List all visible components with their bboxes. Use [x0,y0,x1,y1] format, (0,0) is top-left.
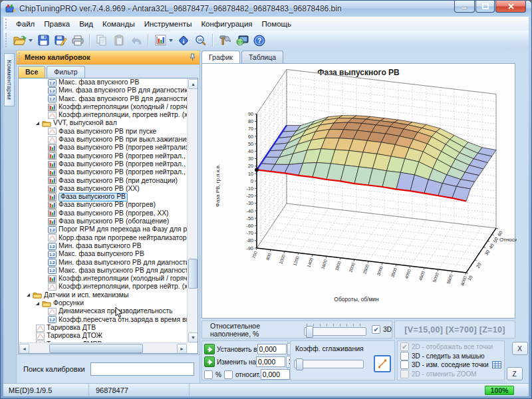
tree-item[interactable]: 1.2Мин. фаза впускного РВ для диагностик… [19,86,188,94]
save-as-button[interactable] [53,33,68,49]
tree-item[interactable]: Коэфф.интерполяции, прогрев нейтр. (холо… [19,283,188,291]
paste-button[interactable] [111,33,127,49]
tree-item[interactable]: Фаза выпускного РВ [19,193,188,201]
tree-item[interactable]: 1.2Макс. фаза впускного РВ [19,78,188,86]
tree-item[interactable]: Фаза выпускного РВ при выкл.зажигания [19,136,188,144]
tree-item[interactable]: 1.2Мин. фаза выпускного РВ [19,242,188,250]
tree-item[interactable]: 1.2Макс. фаза впускного РВ для диагности… [19,95,188,103]
pin-icon[interactable] [190,53,196,61]
vertical-scroll-thumb[interactable] [188,259,198,289]
scroll-right-icon[interactable]: ► [177,344,187,354]
scroll-up-icon[interactable]: ▲ [188,79,198,89]
tree-item[interactable]: Фаза выпускного РВ (прогрев нейтрал., ХХ… [19,160,188,168]
surface-chart-panel[interactable]: Фаза выпускного РВ -90-80-70-60-50-40-30… [201,63,515,319]
help-button[interactable]: ? [251,33,267,49]
apply-change-button[interactable] [204,356,215,367]
option-checkbox[interactable] [400,352,409,360]
option-checkbox[interactable] [400,342,409,351]
tools-button[interactable] [217,33,233,49]
tree-item[interactable]: Фаза выпускного РВ (прогрев нейтрализато… [19,144,188,152]
edit-curve-button[interactable] [374,355,391,372]
tree-item[interactable]: Коэфф.интерполяции (холодный / горячий ) [19,103,188,111]
tree-item[interactable]: Тарировка ДТОЖ [19,332,188,340]
fill-slider[interactable] [304,327,367,336]
search-input[interactable] [90,362,194,376]
z-button[interactable]: Z [507,367,523,380]
menu-item[interactable]: Вид [74,19,98,29]
display-option[interactable]: 3D - следить за мышью [400,352,501,361]
option-checkbox[interactable] [400,370,409,378]
percent-checkbox[interactable] [204,370,213,379]
set-value-input[interactable] [257,344,287,354]
horizontal-scroll-thumb[interactable] [49,344,144,353]
tree-item[interactable]: 1.2Коэфф.пересчета отн.заряда в время вп… [19,316,188,324]
tree-item[interactable]: Фаза выпускного РВ (обогащение) [19,217,188,225]
tree-vertical-scrollbar[interactable]: ▲ ▼ [187,78,198,343]
tab-graph[interactable]: График [201,51,240,63]
menu-item[interactable]: Конфигурация [196,19,257,29]
expand-arrow-icon[interactable] [27,293,30,297]
close-button[interactable] [495,1,526,13]
tab-all[interactable]: Все [18,66,45,78]
smoothing-slider-thumb[interactable] [296,358,303,370]
display-option[interactable]: 2D - отменить ZOOM [400,370,501,379]
menu-item[interactable]: Помощь [257,19,296,29]
tree-item[interactable]: 1.2Макс. фаза выпускного РВ для диагност… [19,267,188,275]
surface-3d-plot[interactable]: -90-80-70-60-50-40-30-20-100102030405060… [202,67,517,317]
tree-item[interactable]: Фаза выпускного РВ при пуске [19,128,188,136]
tree-item[interactable]: 1.2Мин. фаза выпускного РВ для диагности… [19,259,188,267]
checkbox-3d[interactable] [372,325,380,334]
tab-filter[interactable]: Фильтр [47,66,84,78]
title-bar[interactable]: ChipTuningPRO ver.7.4.8.969 - Antara32L_… [1,1,531,17]
comments-tab[interactable]: Комментарии [4,53,15,106]
tree-item[interactable]: Фаза выпускного РВ (ХХ) [19,185,188,193]
relative-checkbox[interactable] [224,370,233,379]
tree-item[interactable]: Тарировка ДТВ [19,324,188,332]
tree-item[interactable]: Фаза выпускного РВ (прогрев) [19,201,188,209]
option-checkbox[interactable] [400,360,409,369]
scroll-left-icon[interactable]: ◄ [19,344,29,354]
print-button[interactable] [70,33,86,49]
open-file-button[interactable] [12,33,28,49]
undo-button[interactable] [128,33,144,49]
menu-item[interactable]: Правка [39,19,74,29]
maximize-button[interactable] [475,1,495,13]
menu-item[interactable]: Команды [98,19,140,29]
tab-table[interactable]: Таблица [241,51,283,63]
smoothing-slider[interactable] [294,360,364,368]
scroll-down-icon[interactable]: ▼ [188,332,198,342]
tree-horizontal-scrollbar[interactable]: ◄ ► [19,342,188,353]
tree-item[interactable]: Коэфф.интерполяции, прогрев нейтр. (холо… [19,111,188,119]
tree-folder[interactable]: Форсунки [19,299,188,307]
menu-item[interactable]: Инструменты [140,19,197,29]
chart-view-dropdown-icon[interactable] [169,39,173,42]
x-button[interactable]: X [512,342,528,355]
chart-view-button[interactable] [152,33,168,49]
apply-set-button[interactable] [204,344,215,354]
tree-item[interactable]: Корр.фаза при прогреве нейтрализатора [19,234,188,242]
minimize-button[interactable] [454,1,475,13]
copy-button[interactable] [94,33,110,49]
tree-item[interactable]: Коэфф.интерполяции (холодный / горячий ) [19,275,188,283]
tree-item[interactable]: 1.2Макс. фаза выпускного РВ [19,250,188,258]
info-button[interactable]: i [176,33,192,49]
sidebar-header[interactable]: Меню калибровок [17,51,200,65]
display-option[interactable]: 2D - отображать все точки [400,342,501,352]
tree-item[interactable]: Фаза выпускного РВ (прогрев нейтрал., ХХ… [19,168,188,176]
relative-value-input[interactable] [261,369,290,380]
tree-folder[interactable]: VVT, выпускной вал [19,119,188,127]
change-value-input[interactable] [256,356,285,367]
display-option[interactable]: 3D - изм. соседние точки [400,360,501,370]
tree-item[interactable]: Фаза выпускного РВ (прогрев, ХХ) [19,209,188,217]
grid-icon-button[interactable] [492,361,501,368]
expand-arrow-icon[interactable] [36,302,39,305]
tree-item[interactable]: 1.2Порог RPM для перехода на Фазу для ре… [19,225,188,233]
connect-button[interactable] [234,33,250,49]
tree-item[interactable]: Динамическая производительность [19,307,188,315]
tree-folder[interactable]: Датчики и исп. механизмы [19,291,188,299]
fill-slider-thumb[interactable] [306,326,313,338]
expand-arrow-icon[interactable] [36,122,39,125]
tree-item[interactable]: Фаза выпускного РВ (прогрев нейтрал., хо… [19,152,188,160]
zoom-10-button[interactable]: 10 [193,33,209,49]
tree-item[interactable]: Фаза выпускного РВ (при детонации) [19,177,188,185]
